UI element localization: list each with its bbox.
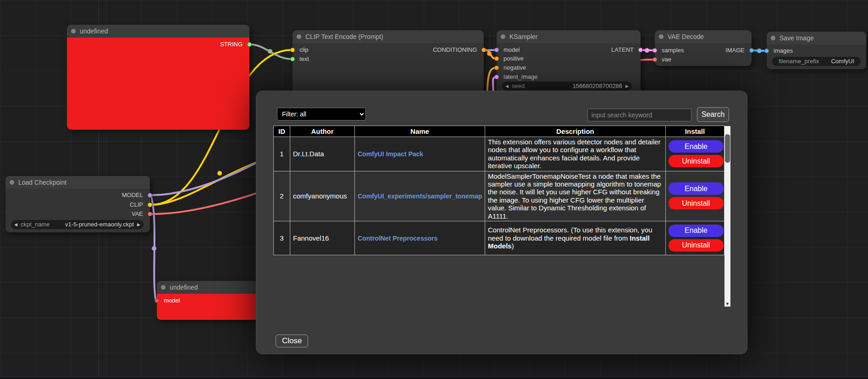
link-dot-model xyxy=(152,246,156,251)
output-slot-vae[interactable]: VAE xyxy=(132,210,150,218)
uninstall-button[interactable]: Uninstall xyxy=(669,155,724,167)
row-id: 1 xyxy=(274,137,290,171)
collapse-dot-icon[interactable] xyxy=(501,34,505,39)
samples-input-dot[interactable] xyxy=(652,48,657,53)
widget-value: v1-5-pruned-emaonly.ckpt xyxy=(53,220,134,229)
image-output-dot[interactable] xyxy=(749,48,754,53)
extension-link[interactable]: ControlNet Preprocessors xyxy=(358,235,437,242)
close-button[interactable]: Close xyxy=(276,335,308,347)
enable-button[interactable]: Enable xyxy=(669,225,724,237)
input-slot-positive[interactable]: positive xyxy=(497,55,524,62)
collapse-dot-icon[interactable] xyxy=(10,180,14,185)
vae-input-dot[interactable] xyxy=(652,57,657,62)
extension-link[interactable]: ComfyUI_experiments/sampler_tonemap xyxy=(358,192,482,200)
model-output-dot[interactable] xyxy=(148,193,152,198)
slot-label: IMAGE xyxy=(725,47,745,54)
uninstall-button[interactable]: Uninstall xyxy=(669,239,724,252)
node-title-bar[interactable]: KSampler xyxy=(497,30,641,43)
header-id: ID xyxy=(274,126,290,137)
slot-label: LATENT xyxy=(611,46,634,53)
row-author: Fannovel16 xyxy=(290,221,355,255)
widget-value: 156680208700286 xyxy=(528,82,622,91)
model-input-dot[interactable] xyxy=(155,298,159,303)
conditioning-output-dot[interactable] xyxy=(481,48,486,52)
slot-label: negative xyxy=(503,64,526,71)
collapse-dot-icon[interactable] xyxy=(297,34,301,39)
collapse-dot-icon[interactable] xyxy=(771,36,775,40)
search-button[interactable]: Search xyxy=(697,107,729,122)
row-author: comfyanonymous xyxy=(290,171,355,221)
input-slot-images[interactable]: images xyxy=(767,47,793,55)
slot-label: VAE xyxy=(132,210,143,217)
extension-manager-dialog: Filter: all Search ID Author Name Descri… xyxy=(256,91,747,354)
ckpt-name-widget[interactable]: ◀ ckpt_name v1-5-pruned-emaonly.ckpt ▶ xyxy=(11,220,144,229)
enable-button[interactable]: Enable xyxy=(669,182,724,195)
link-dot-string xyxy=(268,49,272,54)
table-row: 1 Dr.Lt.Data ComfyUI Impact Pack This ex… xyxy=(274,137,724,171)
node-save-image[interactable]: Save Image images filename_prefix ComfyU… xyxy=(767,32,866,69)
filter-select[interactable]: Filter: all xyxy=(277,108,366,121)
output-slot-string[interactable]: STRING xyxy=(220,41,249,48)
decrement-arrow-icon[interactable]: ◀ xyxy=(14,220,17,229)
uninstall-button[interactable]: Uninstall xyxy=(669,197,724,209)
node-title-bar[interactable]: Save Image xyxy=(767,32,866,44)
output-slot-conditioning[interactable]: CONDITIONING xyxy=(433,46,484,54)
table-scrollbar[interactable]: ▼ xyxy=(724,126,730,307)
table-row: 2 comfyanonymous ComfyUI_experiments/sam… xyxy=(274,171,724,221)
row-description: ControlNet Preprocessors. (To use this e… xyxy=(485,221,666,255)
input-slot-negative[interactable]: negative xyxy=(497,64,526,71)
node-title-bar[interactable]: CLIP Text Encode (Prompt) xyxy=(293,30,484,43)
collapse-dot-icon[interactable] xyxy=(659,34,663,39)
positive-input-dot[interactable] xyxy=(494,56,499,61)
output-slot-image[interactable]: IMAGE xyxy=(725,47,752,54)
search-input[interactable] xyxy=(587,109,691,121)
text-input-dot[interactable] xyxy=(290,57,295,61)
input-slot-latent-image[interactable]: latent_image xyxy=(497,73,537,81)
input-slot-model[interactable]: model xyxy=(497,46,520,54)
node-title-bar[interactable]: Load Checkpoint xyxy=(6,176,150,189)
scrollbar-down-arrow-icon[interactable]: ▼ xyxy=(724,302,730,306)
header-description: Description xyxy=(485,126,666,137)
seed-widget[interactable]: ◀ seed 156680208700286 ▶ xyxy=(502,82,632,91)
input-slot-clip[interactable]: clip xyxy=(293,46,309,54)
output-slot-clip[interactable]: CLIP xyxy=(130,201,150,209)
vae-output-dot[interactable] xyxy=(148,212,152,216)
input-slot-vae[interactable]: vae xyxy=(655,56,671,63)
clip-output-dot[interactable] xyxy=(148,203,152,207)
input-slot-model[interactable]: model xyxy=(157,297,180,304)
node-title-bar[interactable]: VAE Decode xyxy=(655,30,752,43)
node-vae-decode[interactable]: VAE Decode samples vae IMAGE xyxy=(655,30,752,66)
link-dot-conditioning xyxy=(487,51,492,56)
output-slot-model[interactable]: MODEL xyxy=(122,192,150,199)
collapse-dot-icon[interactable] xyxy=(161,285,166,290)
header-name: Name xyxy=(355,126,485,137)
increment-arrow-icon[interactable]: ▶ xyxy=(625,82,629,91)
decrement-arrow-icon[interactable]: ◀ xyxy=(505,82,509,91)
input-slot-text[interactable]: text xyxy=(293,55,309,63)
node-title: Save Image xyxy=(780,34,814,42)
string-output-dot[interactable] xyxy=(247,42,252,47)
negative-input-dot[interactable] xyxy=(494,66,499,70)
link-dot-image xyxy=(757,49,762,53)
increment-arrow-icon[interactable]: ▶ xyxy=(137,220,140,229)
latent-output-dot[interactable] xyxy=(638,48,643,52)
extension-link[interactable]: ComfyUI Impact Pack xyxy=(358,150,423,158)
model-input-dot[interactable] xyxy=(494,48,499,52)
clip-input-dot[interactable] xyxy=(290,48,295,52)
images-input-dot[interactable] xyxy=(764,49,769,53)
latent-image-input-dot[interactable] xyxy=(494,75,499,79)
scrollbar-thumb[interactable] xyxy=(725,134,730,163)
input-slot-samples[interactable]: samples xyxy=(655,47,684,54)
filename-prefix-widget[interactable]: filename_prefix ComfyUI xyxy=(772,57,861,66)
widget-value: ComfyUI xyxy=(822,57,854,66)
slot-label: model xyxy=(164,297,180,304)
node-title-bar[interactable]: undefined xyxy=(67,25,249,38)
collapse-dot-icon[interactable] xyxy=(71,29,76,33)
node-load-checkpoint[interactable]: Load Checkpoint MODEL CLIP VAE ◀ ckpt_na… xyxy=(6,176,150,232)
node-undefined-top[interactable]: undefined STRING xyxy=(67,25,249,130)
enable-button[interactable]: Enable xyxy=(669,140,724,153)
link-dot-latent xyxy=(645,48,649,53)
slot-label: clip xyxy=(299,46,309,53)
output-slot-latent[interactable]: LATENT xyxy=(611,46,641,54)
slot-label: CONDITIONING xyxy=(433,46,477,53)
